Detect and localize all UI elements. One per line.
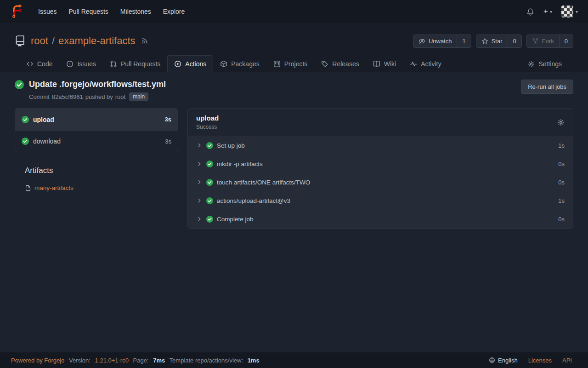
step-row[interactable]: touch artifacts/ONE artifacts/TWO 0s	[188, 173, 573, 191]
tab-pull-requests[interactable]: Pull Requests	[103, 55, 167, 72]
code-icon	[26, 60, 34, 68]
unwatch-label: Unwatch	[429, 38, 452, 45]
artifacts-heading: Artifacts	[25, 166, 178, 175]
language-selector[interactable]: English	[484, 357, 523, 364]
page-time-value: 7ms	[153, 357, 165, 364]
tab-activity[interactable]: Activity	[403, 55, 448, 72]
actions-icon	[174, 60, 181, 68]
nav-pull-requests[interactable]: Pull Requests	[62, 4, 114, 19]
wiki-book-icon	[373, 60, 380, 68]
tab-projects[interactable]: Projects	[266, 55, 315, 72]
nav-explore[interactable]: Explore	[157, 4, 191, 19]
repo-name-link[interactable]: example-artifacts	[58, 35, 136, 47]
step-row[interactable]: actions/upload-artifact@v3 1s	[188, 191, 573, 210]
fork-icon	[532, 38, 539, 45]
job-item[interactable]: upload 3s	[15, 109, 178, 130]
licenses-label[interactable]: Licenses	[528, 357, 552, 364]
branch-badge[interactable]: main	[129, 92, 148, 101]
chevron-down-icon: ▾	[576, 9, 578, 14]
tab-code[interactable]: Code	[19, 55, 59, 72]
star-label: Star	[492, 38, 503, 45]
tab-label: Projects	[284, 60, 308, 68]
step-name: actions/upload-artifact@v3	[217, 197, 290, 204]
job-item[interactable]: download 3s	[15, 130, 178, 152]
unwatch-button[interactable]: Unwatch 1	[413, 34, 471, 48]
top-navbar: Issues Pull Requests Milestones Explore …	[0, 0, 588, 23]
step-name: mkdir -p artifacts	[217, 161, 263, 167]
job-duration: 3s	[165, 138, 171, 145]
actions-run-view: Update .forgejo/workflows/test.yml Commi…	[0, 72, 588, 352]
tab-packages[interactable]: Packages	[213, 55, 266, 72]
chevron-down-icon: ▾	[550, 9, 552, 14]
forgejo-logo-icon[interactable]	[10, 5, 24, 18]
eye-slash-icon	[418, 38, 425, 45]
language-label: English	[498, 357, 518, 364]
page-time-label: Page:	[133, 357, 149, 364]
repo-tabs: Code Issues Pull Requests Actions Packag…	[15, 50, 573, 72]
step-duration: 0s	[558, 161, 565, 167]
tab-label: Activity	[421, 60, 441, 68]
repo-owner-link[interactable]: root	[31, 35, 48, 47]
job-success-check-icon	[22, 138, 29, 145]
step-duration: 1s	[558, 197, 565, 204]
step-row[interactable]: Complete job 0s	[188, 210, 573, 228]
run-success-check-icon	[15, 80, 24, 101]
artifact-download-link[interactable]: many-artifacts	[34, 184, 74, 191]
powered-by-link[interactable]: Powered by Forgejo	[11, 357, 64, 364]
licenses-link[interactable]: Licenses	[523, 357, 557, 364]
rss-icon[interactable]	[141, 37, 148, 45]
artifacts-section: Artifacts many-artifacts	[15, 166, 178, 191]
tab-wiki[interactable]: Wiki	[366, 55, 403, 72]
api-label[interactable]: API	[562, 357, 572, 364]
packages-icon	[220, 60, 227, 68]
notifications-bell-icon[interactable]	[526, 8, 534, 16]
step-row[interactable]: Set up job 1s	[188, 136, 573, 155]
star-count[interactable]: 0	[508, 35, 521, 47]
tab-releases[interactable]: Releases	[314, 55, 366, 72]
star-button[interactable]: Star 0	[476, 34, 522, 48]
breadcrumb-separator: /	[52, 35, 55, 47]
pull-request-icon	[110, 60, 117, 68]
tab-label: Pull Requests	[121, 60, 160, 68]
step-duration: 0s	[558, 216, 565, 223]
nav-milestones[interactable]: Milestones	[114, 4, 157, 19]
job-status-text: Success	[196, 124, 219, 130]
api-link[interactable]: API	[557, 357, 577, 364]
job-name: download	[33, 138, 61, 145]
step-duration: 0s	[558, 179, 565, 186]
step-success-check-icon	[206, 142, 213, 149]
tab-issues[interactable]: Issues	[59, 55, 102, 72]
user-menu[interactable]: ▾	[561, 6, 578, 17]
version-label: Version:	[69, 357, 90, 364]
template-time-value: 1ms	[248, 357, 260, 364]
tab-actions[interactable]: Actions	[167, 55, 213, 72]
watch-count[interactable]: 1	[457, 35, 470, 47]
tab-label: Packages	[231, 60, 259, 68]
plus-icon: +	[543, 7, 548, 16]
fork-count[interactable]: 0	[559, 35, 573, 47]
tab-settings[interactable]: Settings	[521, 55, 569, 72]
chevron-right-icon	[196, 161, 203, 167]
step-success-check-icon	[206, 197, 213, 204]
commit-sha[interactable]: 82a5cf6961	[52, 93, 83, 100]
nav-issues[interactable]: Issues	[32, 4, 62, 19]
repo-action-buttons: Unwatch 1 Star 0	[413, 34, 573, 48]
projects-icon	[273, 60, 281, 68]
chevron-right-icon	[196, 216, 203, 222]
run-meta: Commit 82a5cf6961 pushed by root main	[29, 92, 166, 101]
footer: Powered by Forgejo Version: 1.21.0+1-rc0…	[0, 352, 588, 368]
job-duration: 3s	[165, 116, 171, 123]
pusher-name[interactable]: root	[115, 93, 125, 100]
version-value-link[interactable]: 1.21.0+1-rc0	[95, 357, 129, 364]
repo-icon	[15, 35, 26, 46]
rerun-all-jobs-button[interactable]: Re-run all jobs	[521, 80, 573, 94]
fork-button[interactable]: Fork 0	[526, 34, 573, 48]
job-detail-header: upload Success	[188, 109, 573, 136]
step-name: Set up job	[217, 142, 245, 149]
create-new-menu[interactable]: + ▾	[543, 7, 552, 16]
repo-header: root / example-artifacts Unwatch	[0, 23, 588, 72]
chevron-right-icon	[196, 179, 203, 185]
gear-icon[interactable]	[557, 119, 565, 126]
step-row[interactable]: mkdir -p artifacts 0s	[188, 155, 573, 173]
file-icon	[25, 185, 31, 191]
